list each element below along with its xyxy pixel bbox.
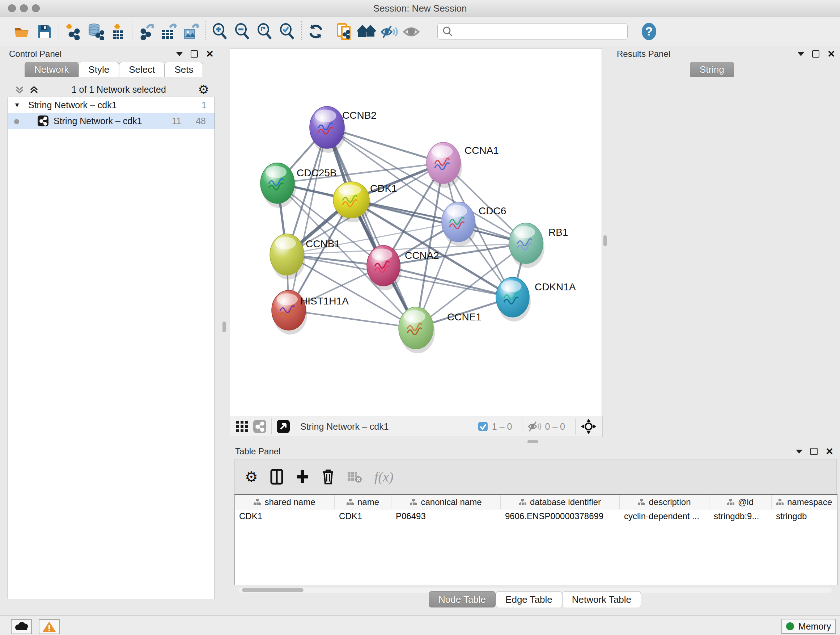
grid-view-icon[interactable]: [236, 420, 248, 432]
save-session-button[interactable]: [33, 20, 56, 43]
tab-style[interactable]: Style: [79, 62, 119, 77]
table-row[interactable]: CDK1CDK1P064939606.ENSP00000378699cyclin…: [235, 509, 837, 523]
node-label-CDK1: CDK1: [370, 183, 397, 194]
tab-string[interactable]: String: [690, 62, 734, 77]
tab-node-table[interactable]: Node Table: [429, 591, 496, 608]
table-cell[interactable]: CDK1: [335, 509, 392, 523]
network-node-CDKN1A[interactable]: [496, 277, 531, 321]
panel-menu-icon[interactable]: [796, 450, 802, 454]
column-header-name[interactable]: name: [335, 495, 392, 509]
network-node-CCNB1[interactable]: [270, 234, 305, 279]
float-panel-icon[interactable]: [810, 448, 818, 455]
network-group-count: 1: [202, 100, 207, 111]
hidden-counts: 0 – 0: [545, 421, 565, 432]
cloud-icon: [14, 622, 28, 632]
column-header-canonical-name[interactable]: canonical name: [392, 495, 501, 509]
column-header--id[interactable]: @id: [709, 495, 772, 509]
export-network-button[interactable]: [135, 20, 158, 43]
cloud-status-button[interactable]: [11, 619, 32, 634]
hide-selected-button[interactable]: [378, 20, 401, 43]
zoom-out-button[interactable]: [231, 20, 254, 43]
import-network-icon: [65, 23, 81, 40]
tab-sets[interactable]: Sets: [164, 62, 203, 77]
column-header-namespace[interactable]: namespace: [772, 495, 837, 509]
network-node-CCNB2[interactable]: [309, 106, 346, 153]
network-row-selected[interactable]: String Network – cdk1 11 48: [8, 113, 215, 129]
float-panel-icon[interactable]: [812, 50, 819, 57]
show-all-button[interactable]: [401, 20, 423, 43]
tab-edge-table[interactable]: Edge Table: [496, 591, 562, 608]
toolbar-separator: [205, 21, 206, 42]
column-header-database-identifier[interactable]: database identifier: [501, 495, 620, 509]
tab-network-table[interactable]: Network Table: [562, 591, 641, 608]
warnings-button[interactable]: [39, 619, 60, 634]
network-node-CCNA2[interactable]: [367, 245, 401, 290]
first-neighbors-button[interactable]: [355, 20, 378, 43]
apply-layout-button[interactable]: [305, 20, 327, 43]
tab-select[interactable]: Select: [119, 62, 164, 77]
panel-menu-icon[interactable]: [176, 52, 183, 56]
expand-all-networks-icon[interactable]: [28, 84, 39, 95]
import-table-button[interactable]: [107, 20, 129, 43]
float-panel-icon[interactable]: [191, 50, 198, 57]
network-node-RB1[interactable]: [509, 223, 545, 268]
close-window-button[interactable]: [8, 4, 16, 12]
add-column-icon[interactable]: [295, 469, 309, 485]
table-cell[interactable]: P06493: [392, 509, 501, 523]
table-cell[interactable]: CDK1: [235, 509, 335, 523]
share-view-icon[interactable]: [253, 420, 266, 433]
zoom-selected-button[interactable]: [276, 20, 298, 43]
export-image-button[interactable]: [180, 20, 202, 43]
zoom-fit-button[interactable]: [254, 20, 276, 43]
window-title: Session: New Session: [0, 0, 840, 17]
network-from-selection-button[interactable]: [333, 20, 355, 43]
minimize-window-button[interactable]: [20, 4, 28, 12]
table-cell[interactable]: cyclin-dependent ...: [620, 509, 709, 523]
zoom-in-button[interactable]: [209, 20, 231, 43]
panel-menu-icon[interactable]: [798, 52, 804, 56]
help-button[interactable]: ?: [638, 20, 660, 43]
help-icon: ?: [641, 22, 657, 41]
collapse-all-networks-icon[interactable]: [14, 84, 25, 95]
tab-network[interactable]: Network: [25, 62, 79, 77]
close-panel-icon[interactable]: ✕: [206, 51, 214, 57]
network-node-CDC6[interactable]: [442, 202, 477, 246]
show-columns-icon[interactable]: [270, 469, 283, 485]
network-group-row[interactable]: ▼ String Network – cdk1 1: [8, 97, 215, 113]
table-cell[interactable]: stringdb:9...: [709, 509, 772, 523]
import-network-button[interactable]: [62, 20, 84, 43]
window-titlebar: Session: New Session: [0, 0, 840, 17]
memory-button[interactable]: Memory: [782, 619, 836, 634]
search-input[interactable]: [453, 26, 623, 37]
import-network-from-database-button[interactable]: [84, 20, 107, 43]
detach-view-icon[interactable]: [277, 420, 290, 433]
network-selection-status: 1 of 1 Network selected: [39, 84, 198, 95]
node-table[interactable]: shared name name canonical name database…: [234, 494, 837, 585]
open-session-button[interactable]: [11, 20, 33, 43]
close-panel-icon[interactable]: ✕: [826, 448, 834, 454]
delete-column-trash-icon[interactable]: [322, 469, 335, 485]
network-options-gear-icon[interactable]: ⚙: [198, 82, 209, 97]
table-cell[interactable]: 9606.ENSP00000378699: [501, 509, 620, 523]
right-splitter-handle[interactable]: [603, 235, 607, 246]
network-node-CDK1[interactable]: [333, 182, 371, 222]
close-panel-icon[interactable]: ✕: [827, 51, 835, 57]
search-field[interactable]: [437, 23, 628, 40]
left-splitter-handle[interactable]: [223, 321, 226, 333]
table-cell[interactable]: stringdb: [772, 509, 837, 523]
export-network-icon: [138, 23, 155, 40]
selected-checkbox-icon[interactable]: [477, 421, 488, 432]
memory-status-dot: [786, 622, 794, 630]
birdseye-crosshair-icon[interactable]: [581, 418, 597, 434]
column-header-shared-name[interactable]: shared name: [235, 495, 335, 509]
table-options-gear-icon[interactable]: ⚙: [245, 469, 258, 485]
network-node-CCNE1[interactable]: [399, 307, 435, 353]
collapse-triangle-icon[interactable]: ▼: [8, 101, 20, 109]
maximize-window-button[interactable]: [32, 4, 40, 12]
network-canvas[interactable]: CCNB2CCNA1CDC25BCDK1CDC6RB1CCNB1CCNA2CDK…: [230, 48, 602, 416]
export-table-button[interactable]: [158, 20, 180, 43]
network-node-CCNA1[interactable]: [426, 142, 462, 188]
save-icon: [37, 24, 52, 39]
column-header-description[interactable]: description: [620, 495, 709, 509]
memory-label: Memory: [798, 621, 831, 632]
